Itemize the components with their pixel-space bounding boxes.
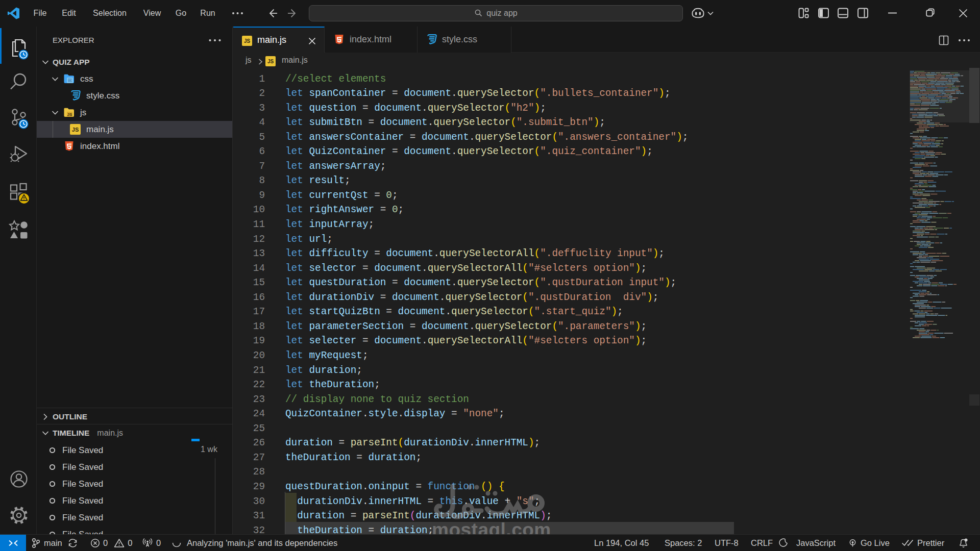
- svg-text:JS: JS: [67, 112, 72, 117]
